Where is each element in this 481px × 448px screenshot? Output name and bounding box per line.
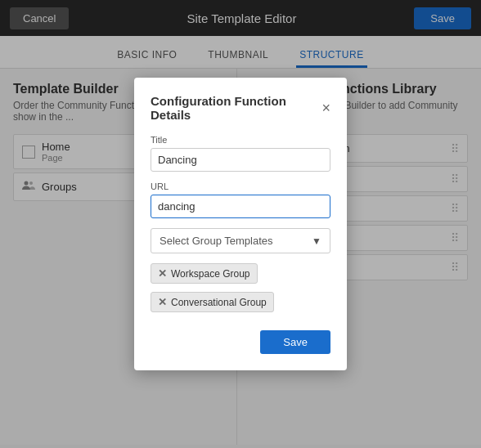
tags-container: ✕ Workspace Group ✕ Conversational Group — [151, 263, 330, 317]
title-input[interactable] — [151, 148, 330, 172]
select-group-templates[interactable]: Select Group Templates ▼ — [151, 228, 330, 253]
tag-remove-workspace[interactable]: ✕ — [158, 267, 167, 280]
config-function-modal: Configuration Function Details × Title U… — [134, 78, 347, 370]
modal-close-button[interactable]: × — [321, 101, 330, 115]
tag-workspace-group[interactable]: ✕ Workspace Group — [151, 263, 258, 284]
modal-overlay: Configuration Function Details × Title U… — [0, 0, 481, 448]
url-form-group: URL — [151, 181, 330, 218]
title-form-group: Title — [151, 135, 330, 172]
tag-remove-conversational[interactable]: ✕ — [158, 296, 167, 308]
modal-header: Configuration Function Details × — [151, 94, 330, 122]
url-input[interactable] — [151, 195, 330, 218]
modal-save-button[interactable]: Save — [260, 330, 330, 354]
tag-conversational-label: Conversational Group — [171, 297, 267, 308]
title-label: Title — [151, 135, 330, 145]
modal-title: Configuration Function Details — [151, 94, 321, 122]
select-group-label: Select Group Templates — [160, 235, 273, 247]
chevron-down-icon: ▼ — [312, 235, 321, 247]
tag-conversational-group[interactable]: ✕ Conversational Group — [151, 292, 274, 312]
modal-save-row: Save — [151, 330, 330, 354]
url-label: URL — [151, 181, 330, 191]
tag-workspace-label: Workspace Group — [171, 268, 250, 280]
